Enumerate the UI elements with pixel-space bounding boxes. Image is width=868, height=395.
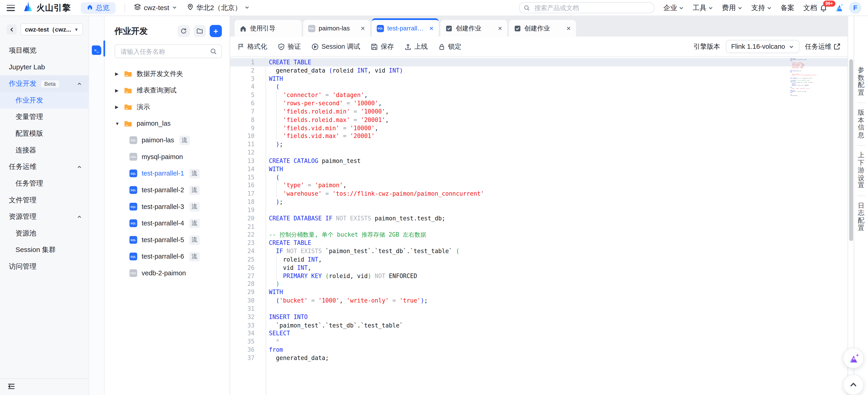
code-line-25[interactable]: 25 roleid INT, — [230, 255, 848, 264]
new-task-button[interactable]: + — [210, 25, 222, 37]
code-line-13[interactable]: 13CREATE CATALOG paimon_test — [230, 157, 848, 165]
code-line-19[interactable]: 19 — [230, 206, 848, 214]
toolbar-button-保存[interactable]: 保存 — [371, 42, 394, 51]
code-line-9[interactable]: 9 'fields.vid.min' = '10000', — [230, 124, 848, 132]
tree-file-test-parrallel-2[interactable]: SQLtest-parrallel-2流 — [105, 182, 230, 198]
project-switcher[interactable]: cwz-test — [134, 3, 177, 12]
ai-assistant-button[interactable] — [843, 348, 864, 368]
code-line-11[interactable]: 11 ); — [230, 140, 848, 148]
caret-collapsed-icon[interactable]: ▶ — [115, 88, 120, 93]
code-line-17[interactable]: 17 'warehouse' = 'tos://flink-cwz-paimon… — [230, 190, 848, 198]
editor-tab-创建作业[interactable]: 创建作业✕ — [509, 20, 576, 37]
code-line-4[interactable]: 4 ( — [230, 83, 848, 91]
tree-file-test-parrallel-3[interactable]: SQLtest-parrallel-3流 — [105, 198, 230, 215]
code-line-27[interactable]: 27 PRIMARY KEY (roleid, vid) NOT ENFORCE… — [230, 272, 848, 280]
sidebar-item-任务运维[interactable]: 任务运维 — [0, 158, 88, 175]
code-line-28[interactable]: 28 ) — [230, 280, 848, 288]
code-line-6[interactable]: 6 'rows-per-second' = '10000', — [230, 99, 848, 108]
code-line-5[interactable]: 5 'connector' = 'datagen', — [230, 91, 848, 99]
code-line-1[interactable]: 1CREATE TABLE — [230, 58, 848, 66]
refresh-button[interactable] — [178, 25, 190, 37]
code-line-26[interactable]: 26 vid INT, — [230, 264, 848, 272]
toolbar-button-格式化[interactable]: 格式化 — [237, 42, 267, 51]
code-line-10[interactable]: 10 'fields.vid.max' = '20001' — [230, 132, 848, 140]
right-panel-tab-日志配置[interactable]: 日志配置 — [858, 202, 864, 232]
editor-tab-使用引导[interactable]: 使用引导 — [235, 20, 302, 37]
code-line-20[interactable]: 20CREATE DATABASE IF NOT EXISTS paimon_t… — [230, 214, 848, 222]
sidebar-subitem-资源池[interactable]: 资源池 — [0, 225, 88, 242]
sidebar-item-项目概览[interactable]: 项目概览 — [0, 42, 88, 59]
close-tab-icon[interactable]: ✕ — [361, 25, 365, 31]
sidebar-item-作业开发[interactable]: 作业开发Beta — [0, 75, 88, 92]
tree-folder-演示[interactable]: ▶演示 — [105, 98, 230, 115]
task-search-input[interactable] — [120, 47, 210, 55]
tree-file-paimon-las[interactable]: SQLpaimon-las流 — [105, 132, 230, 148]
caret-expanded-icon[interactable]: ▼ — [115, 121, 120, 126]
right-panel-tab-上下游设置[interactable]: 上下游设置 — [858, 152, 864, 189]
code-line-18[interactable]: 18 ); — [230, 198, 848, 206]
tree-file-test-parrallel-1[interactable]: SQLtest-parrallel-1流 — [105, 165, 230, 182]
project-select[interactable]: cwz-test（cwz... ▼ — [21, 23, 83, 35]
volcano-assistant-icon[interactable] — [834, 3, 843, 12]
sidebar-item-文件管理[interactable]: 文件管理 — [0, 192, 88, 208]
caret-collapsed-icon[interactable]: ▶ — [115, 71, 120, 76]
right-panel-tab-版本信息[interactable]: 版本信息 — [858, 109, 864, 139]
header-menu-费用[interactable]: 费用 — [722, 3, 743, 12]
code-line-16[interactable]: 16 'type' = 'paimon', — [230, 181, 848, 190]
scroll-top-button[interactable] — [843, 374, 864, 395]
header-menu-工具[interactable]: 工具 — [693, 3, 713, 12]
code-line-14[interactable]: 14WITH — [230, 165, 848, 173]
code-line-21[interactable]: 21 — [230, 222, 848, 231]
sql-code-editor[interactable]: 1CREATE TABLE2 generated_data (roleid IN… — [230, 57, 848, 395]
minimap[interactable]: CREATE TABLE generated_data (roleid INT,… — [790, 58, 822, 98]
tree-folder-数据开发文件夹[interactable]: ▶数据开发文件夹 — [105, 65, 230, 82]
sidebar-item-Jupyter Lab[interactable]: Jupyter Lab — [0, 59, 88, 76]
code-line-12[interactable]: 12 — [230, 148, 848, 157]
code-line-15[interactable]: 15 ( — [230, 173, 848, 181]
code-line-23[interactable]: 23CREATE TABLE — [230, 239, 848, 247]
caret-collapsed-icon[interactable]: ▶ — [115, 104, 120, 109]
tree-file-test-parrallel-4[interactable]: SQLtest-parrallel-4流 — [105, 215, 230, 232]
code-line-7[interactable]: 7 'fields.roleid.min' = '10000', — [230, 108, 848, 116]
hamburger-menu-icon[interactable] — [7, 5, 15, 11]
sidebar-subitem-配置模版[interactable]: 配置模版 — [0, 125, 88, 142]
collapse-sidebar-icon[interactable] — [7, 382, 15, 392]
code-line-31[interactable]: 31 — [230, 305, 848, 313]
overview-button[interactable]: 总览 — [81, 2, 116, 13]
tree-folder-维表查询测试[interactable]: ▶维表查询测试 — [105, 82, 230, 98]
editor-tab-创建作业[interactable]: 创建作业✕ — [440, 20, 507, 37]
sidebar-subitem-任务管理[interactable]: 任务管理 — [0, 175, 88, 192]
tree-file-test-parrallel-5[interactable]: SQLtest-parrallel-5流 — [105, 232, 230, 248]
sidebar-subitem-Session 集群[interactable]: Session 集群 — [0, 242, 88, 258]
engine-version-select[interactable]: Flink 1.16-volcano — [725, 40, 800, 53]
code-line-24[interactable]: 24 IF NOT EXISTS `paimon_test`.`test_db`… — [230, 247, 848, 255]
region-switcher[interactable]: 华北2（北京） — [187, 3, 249, 12]
brand-logo[interactable]: 火山引擎 — [23, 2, 71, 14]
tree-file-vedb-2-paimon[interactable]: CDCvedb-2-paimon — [105, 265, 230, 281]
toolbar-button-Session 调试[interactable]: Session 调试 — [311, 42, 360, 51]
close-tab-icon[interactable]: ✕ — [429, 25, 434, 31]
editor-tab-paimon-las[interactable]: SQLpaimon-las✕ — [303, 20, 370, 37]
sidebar-subitem-连接器[interactable]: 连接器 — [0, 142, 88, 159]
user-avatar[interactable]: F — [849, 2, 861, 14]
sidebar-item-资源管理[interactable]: 资源管理 — [0, 208, 88, 225]
sql-task-panel-icon[interactable]: >_ — [92, 45, 101, 55]
global-search[interactable] — [519, 2, 655, 13]
close-tab-icon[interactable]: ✕ — [498, 25, 502, 31]
sidebar-subitem-作业开发[interactable]: 作业开发 — [0, 92, 88, 109]
code-line-37[interactable]: 37 generated_data; — [230, 354, 848, 362]
back-button[interactable] — [7, 25, 17, 34]
notifications-button[interactable]: 99+ — [819, 4, 828, 12]
header-menu-企业[interactable]: 企业 — [663, 3, 684, 12]
sidebar-item-访问管理[interactable]: 访问管理 — [0, 258, 88, 275]
tree-file-test-parrallel-6[interactable]: SQLtest-parrallel-6流 — [105, 248, 230, 265]
code-line-30[interactable]: 30 ('bucket' = '1000', 'write-only' = 't… — [230, 297, 848, 305]
code-line-29[interactable]: 29WITH — [230, 288, 848, 297]
task-search[interactable] — [115, 45, 222, 58]
code-line-35[interactable]: 35 * — [230, 338, 848, 346]
right-panel-tab-参数配置[interactable]: 参数配置 — [858, 66, 864, 96]
scrollbar-thumb[interactable] — [849, 59, 853, 241]
close-tab-icon[interactable]: ✕ — [566, 25, 571, 31]
code-line-22[interactable]: 22-- 控制分桶数量, 单个 bucket 推荐存储 2GB 左右数据 — [230, 231, 848, 239]
header-menu-备案[interactable]: 备案 — [781, 3, 795, 12]
